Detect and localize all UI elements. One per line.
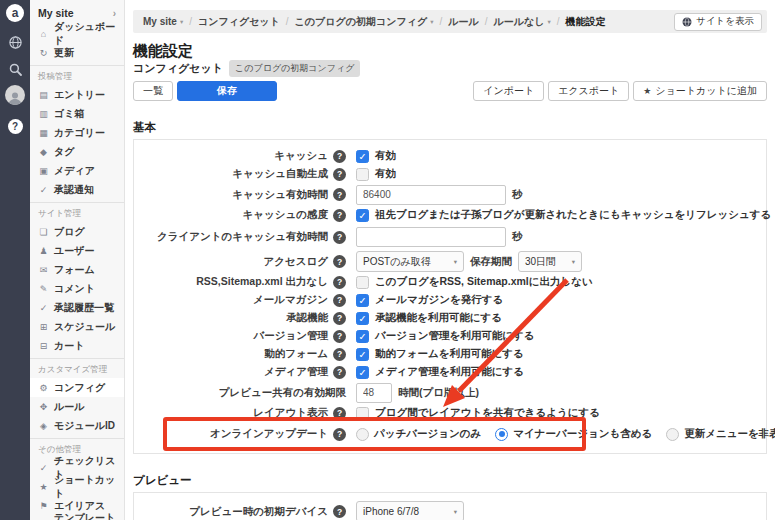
checkbox-unchecked-icon[interactable] <box>356 407 369 420</box>
sidebar-item[interactable]: ✓承認履歴一覧 <box>30 298 124 317</box>
help-icon[interactable]: ? <box>333 231 346 244</box>
add-shortcut-button[interactable]: ★ ショートカットに追加 <box>633 81 767 101</box>
search-icon[interactable] <box>9 63 22 76</box>
sidebar-item[interactable]: ♟ユーザー <box>30 241 124 260</box>
form-row: キャッシュ自動生成?有効 <box>134 165 766 183</box>
checkbox-checked-icon[interactable]: ✓ <box>356 348 369 361</box>
help-icon[interactable]: ? <box>333 255 346 268</box>
app-logo-icon[interactable]: a <box>6 4 24 22</box>
breadcrumb-item[interactable]: My site▾ <box>143 16 183 27</box>
sidebar-item[interactable]: ↺テンプレート書出し <box>30 515 124 520</box>
checkbox-field[interactable]: ✓承認機能を利用可能にする <box>356 311 502 325</box>
field-label: キャッシュ有効時間? <box>134 188 346 202</box>
select-field[interactable]: iPhone 6/7/8▾ <box>356 501 464 520</box>
text-input[interactable] <box>356 383 392 403</box>
sidebar-item[interactable]: ◈モジュールID <box>30 416 124 435</box>
sidebar-item[interactable]: ▦カテゴリー <box>30 123 124 142</box>
checkbox-field[interactable]: ✓祖先ブログまたは子孫ブログが更新されたときにもキャッシュをリフレッシュする <box>356 208 771 222</box>
sidebar-item[interactable]: ⊞スケジュール <box>30 317 124 336</box>
radio-unselected-icon[interactable] <box>356 428 369 441</box>
help-icon[interactable]: ? <box>333 348 346 361</box>
radio-option[interactable]: 更新メニューを非表示 <box>666 427 775 441</box>
sidebar-item[interactable]: ▣メディア <box>30 161 124 180</box>
import-button[interactable]: インポート <box>473 81 544 101</box>
checkbox-checked-icon[interactable]: ✓ <box>356 330 369 343</box>
breadcrumb-items: My site▾/コンフィグセット/このブログの初期コンフィグ▾/ルール/ルール… <box>143 15 605 29</box>
sidebar-item[interactable]: ⊟カート <box>30 336 124 355</box>
sidebar-item[interactable]: ⚙コンフィグ <box>30 378 124 397</box>
field-label-text: オンラインアップデート <box>210 427 328 441</box>
checkbox-label: 有効 <box>375 167 396 181</box>
checkbox-field[interactable]: 有効 <box>356 167 396 181</box>
sidebar-item[interactable]: ✥ルール <box>30 397 124 416</box>
checkbox-field[interactable]: このブログをRSS, Sitemap.xmlに出力しない <box>356 275 593 289</box>
sidebar-item[interactable]: ▥ゴミ箱 <box>30 104 124 123</box>
globe-icon <box>682 17 692 27</box>
breadcrumb-item[interactable]: このブログの初期コンフィグ▾ <box>295 15 434 29</box>
help-icon[interactable]: ? <box>333 312 346 325</box>
breadcrumb-item[interactable]: ルール <box>448 15 478 29</box>
checkbox-field[interactable]: ✓有効 <box>356 149 396 163</box>
checkbox-field[interactable]: ✓メールマガジンを発行する <box>356 293 503 307</box>
sidebar-menu: ⌂ダッシュボード↻更新投稿管理▤エントリー▥ゴミ箱▦カテゴリー◆タグ▣メディア✓… <box>30 24 124 520</box>
checkbox-checked-icon[interactable]: ✓ <box>356 366 369 379</box>
save-button[interactable]: 保存 <box>177 81 277 101</box>
site-name: My site <box>38 7 74 19</box>
help-icon[interactable]: ? <box>333 150 346 163</box>
radio-option[interactable]: パッチバージョンのみ <box>356 427 481 441</box>
checkbox-checked-icon[interactable]: ✓ <box>356 312 369 325</box>
sidebar-item[interactable]: ⌂ダッシュボード <box>30 24 124 43</box>
category-icon: ▦ <box>38 128 49 138</box>
sidebar-item[interactable]: ◆タグ <box>30 142 124 161</box>
sidebar-item[interactable]: ✓承認通知 <box>30 180 124 199</box>
sidebar-item[interactable]: ✉フォーム <box>30 260 124 279</box>
help-icon[interactable]: ? <box>333 276 346 289</box>
checkbox-checked-icon[interactable]: ✓ <box>356 209 369 222</box>
form-row: キャッシュ有効時間?秒 <box>134 183 766 206</box>
user-avatar[interactable] <box>5 85 25 105</box>
checkbox-label: ブログ間でレイアウトを共有できるようにする <box>375 406 600 420</box>
help-icon[interactable]: ? <box>333 294 346 307</box>
checkbox-field[interactable]: ✓メディア管理を利用可能にする <box>356 365 524 379</box>
checkbox-checked-icon[interactable]: ✓ <box>356 294 369 307</box>
checkbox-field[interactable]: ブログ間でレイアウトを共有できるようにする <box>356 406 600 420</box>
sidebar-item[interactable]: ✎コメント <box>30 279 124 298</box>
checkbox-field[interactable]: ✓動的フォームを利用可能にする <box>356 347 524 361</box>
checkbox-checked-icon[interactable]: ✓ <box>356 150 369 163</box>
radio-unselected-icon[interactable] <box>666 428 679 441</box>
globe-icon[interactable] <box>9 36 22 49</box>
help-icon[interactable]: ? <box>333 330 346 343</box>
radio-option[interactable]: マイナーバージョンも含める <box>495 427 652 441</box>
checkbox-unchecked-icon[interactable] <box>356 168 369 181</box>
list-button[interactable]: 一覧 <box>133 81 173 101</box>
breadcrumb-item[interactable]: ルールなし▾ <box>493 15 550 29</box>
breadcrumb-item[interactable]: 機能設定 <box>565 15 605 29</box>
text-input[interactable] <box>356 227 506 247</box>
view-site-button[interactable]: サイトを表示 <box>674 13 762 31</box>
select-field[interactable]: POSTのみ取得▾ <box>356 251 464 272</box>
sidebar-item[interactable]: ▤エントリー <box>30 85 124 104</box>
tag-icon: ◆ <box>38 147 49 157</box>
checkbox-field[interactable]: ✓バージョン管理を利用可能にする <box>356 329 534 343</box>
help-circle-icon[interactable]: ? <box>8 119 23 134</box>
breadcrumb-item[interactable]: コンフィグセット <box>198 15 280 29</box>
radio-selected-icon[interactable] <box>495 428 508 441</box>
field-controls: ✓バージョン管理を利用可能にする <box>356 329 534 343</box>
sidebar-item[interactable]: ❏ブログ <box>30 222 124 241</box>
field-controls: ブログ間でレイアウトを共有できるようにする <box>356 406 600 420</box>
checkbox-unchecked-icon[interactable] <box>356 276 369 289</box>
help-icon[interactable]: ? <box>333 366 346 379</box>
text-input[interactable] <box>356 185 506 205</box>
help-icon[interactable]: ? <box>333 188 346 201</box>
select-field[interactable]: 30日間▾ <box>518 251 582 272</box>
help-icon[interactable]: ? <box>333 407 346 420</box>
help-icon[interactable]: ? <box>333 209 346 222</box>
export-button[interactable]: エクスポート <box>548 81 629 101</box>
form-row: オンラインアップデート?パッチバージョンのみマイナーバージョンも含める更新メニュ… <box>134 422 766 446</box>
help-icon[interactable]: ? <box>333 428 346 441</box>
check-icon: ✓ <box>38 463 49 473</box>
help-icon[interactable]: ? <box>333 505 346 518</box>
sidebar-item[interactable]: ★ショートカット <box>30 477 124 496</box>
field-controls: ✓メールマガジンを発行する <box>356 293 503 307</box>
help-icon[interactable]: ? <box>333 168 346 181</box>
